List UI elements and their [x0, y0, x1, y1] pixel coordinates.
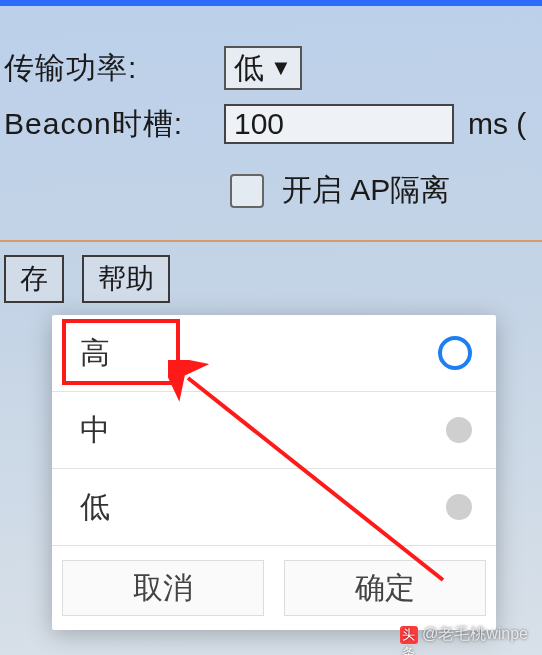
option-popup: 高 中 低 取消 确定: [52, 315, 496, 630]
help-button[interactable]: 帮助: [82, 255, 170, 303]
option-medium[interactable]: 中: [52, 392, 496, 469]
action-buttons: 存 帮助: [0, 255, 170, 303]
beacon-input[interactable]: [224, 104, 454, 144]
beacon-unit: ms (: [468, 107, 526, 141]
help-button-label: 帮助: [98, 260, 154, 298]
window-top-bar: [0, 0, 542, 6]
radio-unselected-icon: [446, 494, 472, 520]
radio-unselected-icon: [446, 417, 472, 443]
dropdown-triangle-icon: ▼: [270, 55, 292, 81]
option-high-label: 高: [80, 333, 110, 374]
radio-selected-icon: [438, 336, 472, 370]
popup-button-row: 取消 确定: [52, 546, 496, 630]
tx-power-dropdown[interactable]: 低 ▼: [224, 46, 302, 90]
watermark-logo-icon: 头条: [400, 626, 418, 644]
option-medium-label: 中: [80, 410, 110, 451]
option-high[interactable]: 高: [52, 315, 496, 392]
divider: [0, 240, 542, 242]
confirm-button-label: 确定: [355, 568, 415, 609]
page-root: 传输功率: 低 ▼ Beacon时槽: ms ( 开启 AP隔离 存 帮助 高 …: [0, 0, 542, 655]
save-button[interactable]: 存: [4, 255, 64, 303]
watermark: 头条@老毛桃winpe: [400, 624, 528, 645]
row-tx-power: 传输功率: 低 ▼: [0, 40, 542, 96]
cancel-button[interactable]: 取消: [62, 560, 264, 616]
cancel-button-label: 取消: [133, 568, 193, 609]
tx-power-label: 传输功率:: [0, 48, 224, 89]
confirm-button[interactable]: 确定: [284, 560, 486, 616]
beacon-label: Beacon时槽:: [0, 104, 224, 145]
row-ap-isolation: 开启 AP隔离: [0, 170, 542, 211]
option-low[interactable]: 低: [52, 469, 496, 546]
settings-form: 传输功率: 低 ▼ Beacon时槽: ms ( 开启 AP隔离: [0, 40, 542, 211]
ap-isolation-label: 开启 AP隔离: [282, 170, 450, 211]
option-low-label: 低: [80, 487, 110, 528]
watermark-text: @老毛桃winpe: [422, 625, 528, 642]
save-button-label: 存: [20, 260, 48, 298]
ap-isolation-checkbox[interactable]: [230, 174, 264, 208]
row-beacon: Beacon时槽: ms (: [0, 96, 542, 152]
tx-power-value: 低: [234, 48, 264, 89]
